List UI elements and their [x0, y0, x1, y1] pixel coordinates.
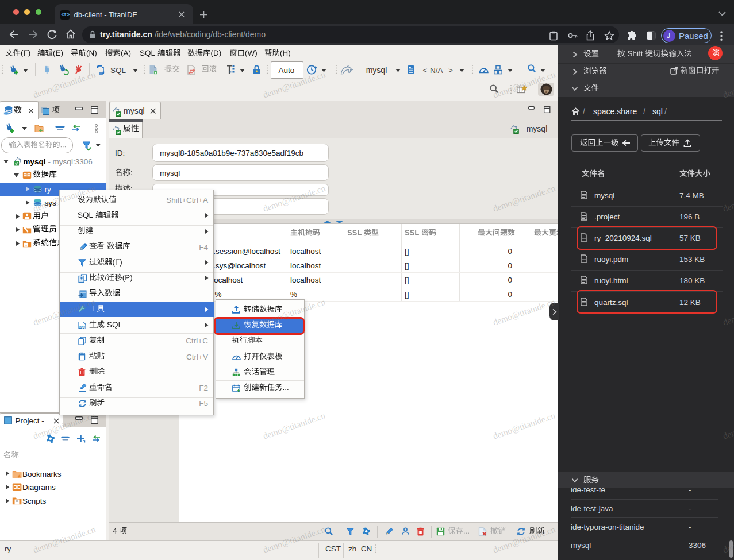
svg-text:SQL: SQL: [79, 326, 85, 329]
